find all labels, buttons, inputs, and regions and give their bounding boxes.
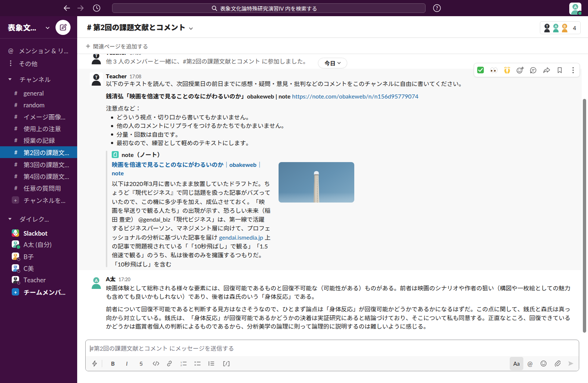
svg-text:1: 1: [180, 361, 182, 364]
svg-text:A: A: [554, 24, 557, 28]
svg-text:B: B: [563, 24, 566, 28]
svg-text:C: C: [15, 265, 17, 268]
svg-text:T: T: [95, 54, 98, 58]
svg-text:T: T: [95, 74, 98, 80]
svg-text:A: A: [574, 4, 577, 9]
svg-text:?: ?: [436, 5, 438, 11]
svg-text:B: B: [15, 254, 16, 256]
svg-text:T: T: [546, 24, 548, 28]
svg-text:A: A: [14, 241, 17, 244]
svg-text:A: A: [94, 278, 98, 283]
svg-text:2: 2: [180, 364, 182, 366]
svg-text:T: T: [15, 277, 16, 280]
